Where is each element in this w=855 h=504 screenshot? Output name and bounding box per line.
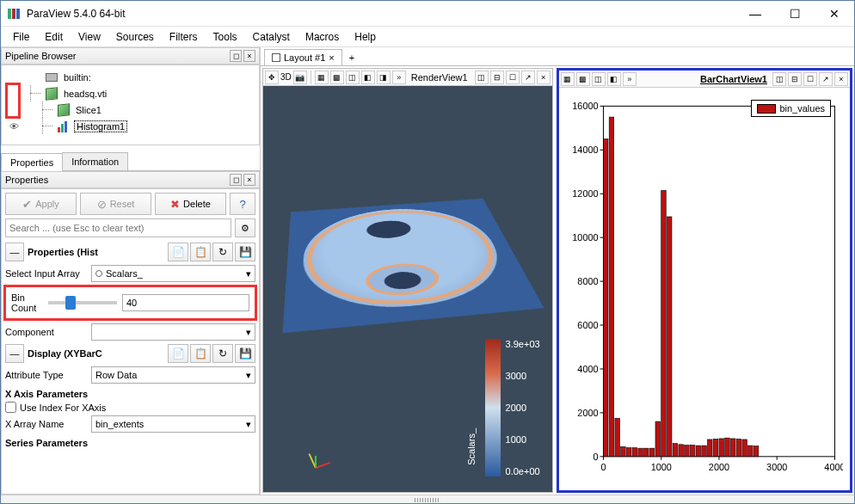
svg-rect-48 xyxy=(696,446,701,457)
delete-button[interactable]: ✖Delete xyxy=(155,193,226,215)
dock-close-button[interactable]: × xyxy=(243,174,255,186)
resize-grip-icon[interactable] xyxy=(415,498,440,502)
pipeline-tree[interactable]: builtin: headsq.vti Slice1 👁 Histogram1 xyxy=(1,65,260,145)
tool-icon[interactable]: ◫ xyxy=(592,72,606,86)
dock-detach-button[interactable]: ◻ xyxy=(230,50,242,62)
tree-label[interactable]: Slice1 xyxy=(74,105,103,115)
dock-detach-button[interactable]: ◻ xyxy=(230,174,242,186)
maximize-icon[interactable]: ☐ xyxy=(506,71,520,84)
reload-button[interactable]: ↻ xyxy=(212,344,233,363)
paste-button[interactable]: 📋 xyxy=(190,344,211,363)
svg-rect-39 xyxy=(643,448,649,457)
component-label: Component xyxy=(5,327,91,337)
select-input-array-combo[interactable]: Scalars_ xyxy=(91,265,255,282)
svg-rect-34 xyxy=(615,418,620,457)
copy-button[interactable]: 📄 xyxy=(168,243,188,261)
tool-icon[interactable]: ◫ xyxy=(346,71,360,84)
tree-row-slice1: Slice1 xyxy=(3,101,257,118)
window-maximize-button[interactable]: ☐ xyxy=(775,1,815,26)
menu-macros[interactable]: Macros xyxy=(298,28,346,46)
svg-text:16000: 16000 xyxy=(572,101,598,111)
tab-properties[interactable]: Properties xyxy=(1,153,63,171)
tool-icon[interactable]: ▩ xyxy=(576,72,590,86)
split-v-icon[interactable]: ⊟ xyxy=(788,72,802,86)
reload-button[interactable]: ↻ xyxy=(212,243,233,261)
reload-icon: ↻ xyxy=(218,246,227,258)
tool-icon[interactable]: ◨ xyxy=(377,71,391,84)
tree-label[interactable]: builtin: xyxy=(62,72,93,83)
legend-tick: 3000 xyxy=(506,371,540,381)
svg-text:8000: 8000 xyxy=(577,276,598,286)
tab-information[interactable]: Information xyxy=(62,152,128,170)
menu-catalyst[interactable]: Catalyst xyxy=(246,28,297,46)
svg-rect-49 xyxy=(701,446,706,457)
maximize-icon[interactable]: ☐ xyxy=(803,72,817,86)
renderview-title: RenderView1 xyxy=(411,72,468,83)
apply-button[interactable]: ✔Apply xyxy=(5,193,77,215)
dock-close-button[interactable]: × xyxy=(243,50,255,62)
x-array-name-combo[interactable]: bin_extents xyxy=(91,415,255,433)
detach-icon[interactable]: ↗ xyxy=(819,72,833,86)
dataset-icon xyxy=(45,87,58,101)
mode-3d-label[interactable]: 3D xyxy=(280,72,292,82)
collapse-button[interactable]: — xyxy=(5,243,24,261)
svg-text:4000: 4000 xyxy=(824,462,843,472)
tool-icon[interactable]: ◧ xyxy=(361,71,375,84)
component-combo[interactable] xyxy=(91,323,255,341)
tool-icon[interactable]: ▩ xyxy=(330,71,344,84)
svg-rect-57 xyxy=(747,446,753,457)
advanced-toggle-button[interactable]: ⚙ xyxy=(235,218,255,237)
layout-tab-1[interactable]: Layout #1× xyxy=(264,49,342,65)
tool-icon[interactable]: ▦ xyxy=(315,71,329,84)
collapse-button[interactable]: — xyxy=(5,344,24,363)
svg-rect-54 xyxy=(730,439,735,457)
svg-rect-36 xyxy=(626,448,631,457)
menu-view[interactable]: View xyxy=(71,28,108,46)
barchart-canvas[interactable]: 0200040006000800010000120001400016000010… xyxy=(559,88,850,490)
window-minimize-button[interactable]: — xyxy=(735,1,775,26)
menu-filters[interactable]: Filters xyxy=(163,28,205,46)
close-view-icon[interactable]: × xyxy=(834,72,848,86)
split-h-icon[interactable]: ◫ xyxy=(475,71,489,84)
camera-icon[interactable]: 📷 xyxy=(293,71,307,84)
close-view-icon[interactable]: × xyxy=(537,71,551,84)
window-close-button[interactable]: ✕ xyxy=(815,1,854,26)
close-tab-icon[interactable]: × xyxy=(329,52,334,63)
svg-rect-58 xyxy=(754,446,759,457)
copy-button[interactable]: 📄 xyxy=(168,344,188,363)
split-h-icon[interactable]: ◫ xyxy=(772,72,786,86)
properties-search-input[interactable] xyxy=(5,218,231,237)
save-button[interactable]: 💾 xyxy=(235,344,255,363)
svg-rect-56 xyxy=(742,439,747,457)
chevron-right-icon[interactable]: » xyxy=(623,72,637,86)
split-v-icon[interactable]: ⊟ xyxy=(490,71,504,84)
tree-label[interactable]: headsq.vti xyxy=(62,89,108,99)
annotation-highlight xyxy=(5,83,21,119)
menu-help[interactable]: Help xyxy=(348,28,383,46)
menu-tools[interactable]: Tools xyxy=(206,28,244,46)
detach-icon[interactable]: ↗ xyxy=(521,71,535,84)
save-button[interactable]: 💾 xyxy=(235,243,255,261)
attribute-type-combo[interactable]: Row Data xyxy=(91,366,255,384)
render-view-canvas[interactable]: Scalars_ 3.9e+03 3000 2000 1000 0.0e+00 xyxy=(263,86,552,492)
tree-row-headsq: headsq.vti xyxy=(3,85,257,101)
chevron-right-icon[interactable]: » xyxy=(392,71,406,84)
tool-icon[interactable]: ◧ xyxy=(607,72,621,86)
use-index-xaxis-checkbox[interactable] xyxy=(5,402,16,413)
slice-image xyxy=(282,199,544,333)
bin-count-input[interactable] xyxy=(122,294,249,311)
pick-center-icon[interactable]: ✥ xyxy=(265,71,279,84)
svg-rect-52 xyxy=(719,439,724,457)
visibility-toggle[interactable]: 👁 xyxy=(5,121,22,132)
help-button[interactable]: ? xyxy=(230,193,255,215)
bin-count-slider[interactable] xyxy=(48,301,117,304)
add-layout-tab[interactable]: + xyxy=(342,50,361,65)
reset-button[interactable]: ⊘Reset xyxy=(80,193,151,215)
menu-edit[interactable]: Edit xyxy=(38,28,70,46)
tool-icon[interactable]: ▦ xyxy=(561,72,575,86)
menu-sources[interactable]: Sources xyxy=(109,28,161,46)
tree-label[interactable]: Histogram1 xyxy=(74,120,127,132)
paste-button[interactable]: 📋 xyxy=(190,243,211,261)
svg-text:4000: 4000 xyxy=(577,364,598,374)
menu-file[interactable]: File xyxy=(6,28,36,46)
